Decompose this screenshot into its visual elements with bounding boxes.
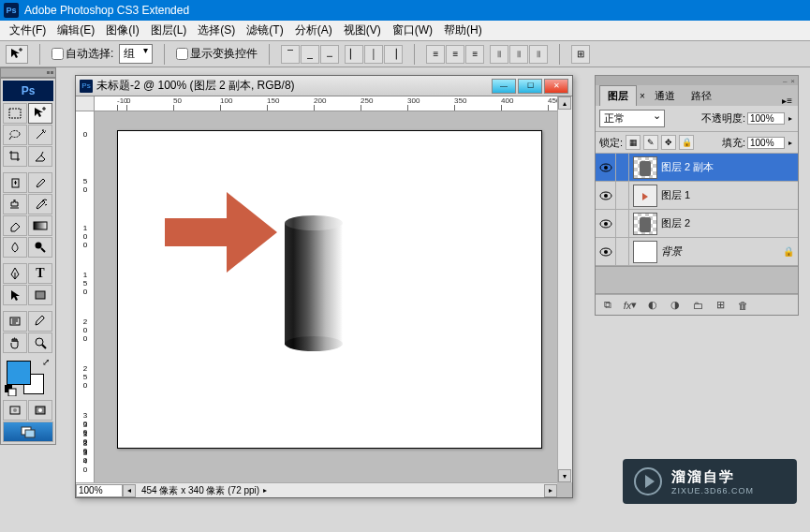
layer-group-icon[interactable]: 🗀	[689, 297, 706, 314]
tab-channels[interactable]: 通道	[647, 86, 683, 106]
auto-select-dropdown[interactable]: 组	[119, 44, 153, 64]
scroll-up-arrow[interactable]: ▴	[558, 96, 571, 110]
layer-thumbnail[interactable]	[633, 241, 657, 263]
layer-thumbnail[interactable]	[633, 213, 657, 235]
delete-layer-icon[interactable]: 🗑	[734, 297, 751, 314]
slice-tool[interactable]	[28, 146, 52, 167]
screen-mode-icon[interactable]	[3, 421, 53, 442]
scroll-left-arrow[interactable]: ◂	[123, 484, 136, 497]
distribute-vcenter-icon[interactable]: ≡	[446, 45, 464, 64]
adjustment-layer-icon[interactable]: ◑	[667, 297, 684, 314]
layer-row[interactable]: 图层 2 副本	[596, 154, 798, 182]
distribute-bottom-icon[interactable]: ≡	[465, 45, 484, 64]
distribute-right-icon[interactable]: ⦀	[529, 45, 548, 64]
layer-row[interactable]: 背景🔒	[596, 238, 798, 266]
blend-mode-dropdown[interactable]: 正常	[599, 110, 665, 127]
marquee-tool[interactable]	[3, 103, 27, 124]
tab-paths[interactable]: 路径	[684, 86, 719, 106]
eraser-tool[interactable]	[3, 215, 27, 236]
zoom-tool[interactable]	[28, 332, 52, 353]
layer-row[interactable]: 图层 1	[596, 182, 798, 210]
window-minimize-button[interactable]: —	[492, 79, 516, 94]
hand-tool[interactable]	[3, 332, 27, 353]
lasso-tool[interactable]	[3, 125, 27, 145]
path-selection-tool[interactable]	[3, 285, 27, 305]
layer-name-label[interactable]: 图层 1	[661, 188, 798, 202]
fill-stepper-icon[interactable]: ▸	[787, 139, 794, 147]
layer-name-label[interactable]: 背景	[661, 244, 783, 259]
opacity-input[interactable]: 100%	[747, 112, 785, 125]
blur-tool[interactable]	[3, 237, 27, 258]
menu-file[interactable]: 文件(F)	[4, 21, 52, 40]
menu-image[interactable]: 图像(I)	[100, 21, 144, 40]
window-maximize-button[interactable]: ☐	[518, 79, 542, 94]
menu-filter[interactable]: 滤镜(T)	[241, 21, 288, 40]
distribute-top-icon[interactable]: ≡	[426, 45, 445, 64]
type-tool[interactable]: T	[28, 263, 52, 284]
magic-wand-tool[interactable]	[28, 125, 52, 145]
quickmask-mode-icon[interactable]	[28, 400, 52, 421]
auto-select-checkbox[interactable]: 自动选择:	[52, 46, 113, 62]
menu-select[interactable]: 选择(S)	[192, 21, 241, 40]
current-tool-indicator[interactable]	[6, 45, 28, 64]
horizontal-ruler[interactable]: -10050100150200250300350400450	[95, 96, 557, 111]
menu-edit[interactable]: 编辑(E)	[52, 21, 100, 40]
healing-brush-tool[interactable]	[3, 172, 27, 193]
new-layer-icon[interactable]: ⊞	[712, 297, 729, 314]
scroll-down-arrow[interactable]: ▾	[558, 469, 571, 482]
layer-name-label[interactable]: 图层 2 副本	[661, 160, 798, 174]
layer-visibility-icon[interactable]	[596, 238, 616, 266]
status-info[interactable]: 454 像素 x 340 像素 (72 ppi) ▸	[136, 484, 544, 497]
align-hcenter-icon[interactable]: │	[364, 45, 383, 64]
gradient-tool[interactable]	[28, 215, 52, 236]
notes-tool[interactable]	[3, 311, 27, 332]
align-bottom-icon[interactable]: ⎽	[320, 45, 339, 64]
fill-input[interactable]: 100%	[747, 137, 785, 149]
layer-thumbnail[interactable]	[633, 185, 657, 207]
align-left-icon[interactable]: ▏	[345, 45, 363, 64]
menu-layer[interactable]: 图层(L)	[145, 21, 193, 40]
menu-help[interactable]: 帮助(H)	[438, 21, 488, 40]
lock-pixels-icon[interactable]: ✎	[643, 135, 658, 150]
layer-mask-icon[interactable]: ◐	[644, 297, 661, 314]
panel-header[interactable]: –×	[596, 76, 798, 85]
vertical-ruler[interactable]: 050100150200250300310320330340	[76, 111, 95, 482]
distribute-hcenter-icon[interactable]: ⦀	[509, 45, 528, 64]
show-transform-checkbox[interactable]: 显示变换控件	[176, 46, 258, 62]
panel-close-icon[interactable]: ×	[790, 77, 795, 85]
scroll-right-arrow[interactable]: ▸	[544, 484, 557, 497]
brush-tool[interactable]	[28, 172, 52, 193]
panel-menu-icon[interactable]: ▸≡	[782, 96, 798, 106]
window-close-button[interactable]: ✕	[544, 79, 568, 94]
foreground-color[interactable]	[7, 361, 31, 385]
default-colors-icon[interactable]	[5, 385, 18, 396]
align-vcenter-icon[interactable]: ⎯	[301, 45, 319, 64]
move-tool[interactable]	[28, 103, 52, 124]
lock-transparency-icon[interactable]: ▦	[626, 135, 641, 150]
eyedropper-tool[interactable]	[28, 311, 52, 332]
menu-analysis[interactable]: 分析(A)	[289, 21, 338, 40]
distribute-left-icon[interactable]: ⦀	[490, 45, 508, 64]
vertical-scrollbar[interactable]: ▴ ▾	[557, 96, 572, 482]
shape-tool[interactable]	[28, 285, 52, 305]
menu-view[interactable]: 视图(V)	[338, 21, 387, 40]
opacity-stepper-icon[interactable]: ▸	[787, 114, 794, 123]
canvas[interactable]	[117, 130, 542, 449]
align-right-icon[interactable]: ▕	[384, 45, 403, 64]
layer-visibility-icon[interactable]	[596, 154, 616, 182]
layer-style-icon[interactable]: fx▾	[622, 297, 639, 314]
canvas-viewport[interactable]	[95, 111, 557, 482]
document-titlebar[interactable]: Ps 未标题-2 @ 100% (图层 2 副本, RGB/8) — ☐ ✕	[76, 76, 572, 96]
link-layers-icon[interactable]: ⧉	[599, 297, 616, 314]
status-menu-icon[interactable]: ▸	[263, 486, 267, 495]
auto-select-check[interactable]	[52, 48, 64, 60]
layer-list-empty-area[interactable]	[596, 266, 798, 294]
layer-name-label[interactable]: 图层 2	[661, 216, 798, 230]
clone-stamp-tool[interactable]	[3, 194, 27, 214]
swap-colors-icon[interactable]: ⤢	[42, 357, 50, 367]
zoom-level-input[interactable]: 100%	[76, 484, 123, 497]
layer-visibility-icon[interactable]	[596, 210, 616, 238]
panel-minimize-icon[interactable]: –	[783, 77, 787, 85]
tab-layers[interactable]: 图层	[599, 85, 637, 106]
dodge-tool[interactable]	[28, 237, 52, 258]
